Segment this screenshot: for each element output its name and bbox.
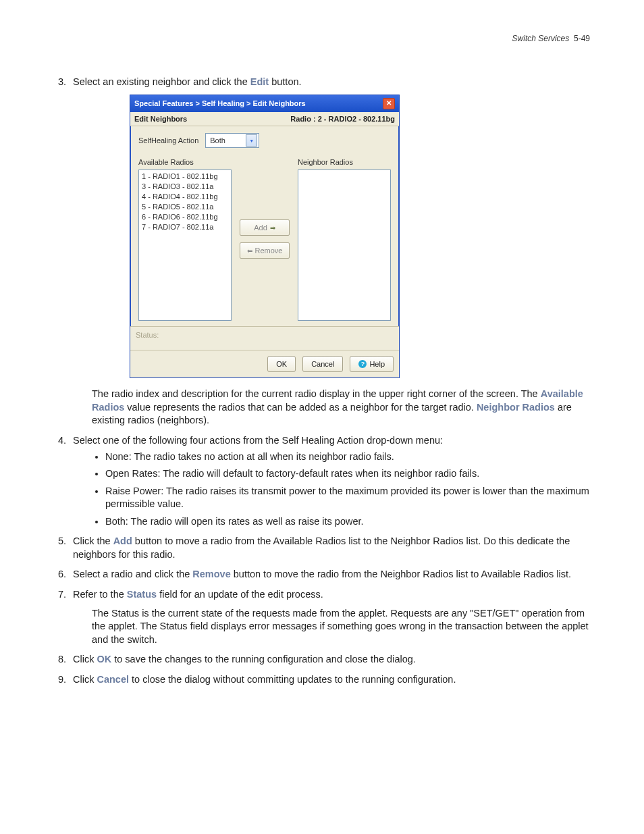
dialog-footer: OK Cancel ? Help (130, 350, 399, 377)
close-icon[interactable]: ✕ (383, 98, 395, 109)
help-icon: ? (358, 360, 367, 368)
step-8: Click OK to save the changes to the runn… (69, 653, 590, 667)
selfhealing-action-select[interactable]: Both ▼ (205, 133, 259, 148)
step-7: Refer to the Status field for an update … (69, 588, 590, 646)
dialog-breadcrumb: Special Features > Self Healing > Edit N… (134, 99, 306, 109)
bullet-item: None: The radio takes no action at all w… (105, 450, 590, 464)
dialog-subheader: Edit Neighbors Radio : 2 - RADIO2 - 802.… (130, 112, 399, 127)
arrow-left-icon: ⬅ (247, 246, 252, 256)
step-5: Click the Add button to move a radio fro… (69, 535, 590, 561)
available-radios-label: Available Radios (138, 157, 232, 167)
list-item[interactable]: 4 - RADIO4 - 802.11bg (142, 192, 228, 202)
status-bar: Status: (130, 326, 399, 350)
page-header: Switch Services 5-49 (54, 34, 590, 43)
bullet-item: Open Rates: The radio will default to fa… (105, 467, 590, 481)
available-radios-list[interactable]: 1 - RADIO1 - 802.11bg 3 - RADIO3 - 802.1… (138, 170, 232, 321)
list-item[interactable]: 6 - RADIO6 - 802.11bg (142, 212, 228, 222)
dialog-titlebar: Special Features > Self Healing > Edit N… (130, 95, 399, 112)
bullet-item: Raise Power: The radio raises its transm… (105, 485, 590, 511)
help-button[interactable]: ? Help (350, 356, 394, 372)
step-4: Select one of the following four actions… (69, 434, 590, 528)
arrow-right-icon: ➡ (270, 224, 275, 233)
page-number: 5-49 (574, 34, 590, 43)
edit-neighbors-dialog: Special Features > Self Healing > Edit N… (130, 95, 400, 379)
chevron-down-icon[interactable]: ▼ (246, 134, 257, 147)
edit-label: Edit (250, 76, 269, 87)
status-label: Status: (136, 331, 159, 339)
section-title: Switch Services (512, 34, 570, 43)
bullet-item: Both: The radio will open its rates as w… (105, 515, 590, 529)
ok-button[interactable]: OK (267, 356, 296, 372)
step-3: Select an existing neighbor and click th… (69, 76, 590, 427)
selfhealing-action-label: SelfHealing Action (138, 136, 198, 146)
list-item[interactable]: 5 - RADIO5 - 802.11a (142, 202, 228, 212)
select-value: Both (210, 136, 225, 146)
cancel-button[interactable]: Cancel (302, 356, 343, 372)
list-item[interactable]: 3 - RADIO3 - 802.11a (142, 182, 228, 192)
step-9: Click Cancel to close the dialog without… (69, 673, 590, 687)
neighbor-radios-label: Neighbor Radios (298, 157, 391, 167)
remove-button[interactable]: ⬅ Remove (240, 242, 290, 259)
dialog-sub-left: Edit Neighbors (134, 114, 187, 124)
neighbor-radios-list[interactable] (298, 170, 391, 321)
step-6: Select a radio and click the Remove butt… (69, 568, 590, 581)
paragraph: The radio index and description for the … (92, 388, 590, 427)
paragraph: The Status is the current state of the r… (92, 607, 590, 647)
list-item[interactable]: 7 - RADIO7 - 802.11a (142, 222, 228, 232)
add-button[interactable]: Add ➡ (240, 219, 290, 236)
list-item[interactable]: 1 - RADIO1 - 802.11bg (142, 172, 228, 182)
dialog-sub-right: Radio : 2 - RADIO2 - 802.11bg (290, 114, 395, 124)
